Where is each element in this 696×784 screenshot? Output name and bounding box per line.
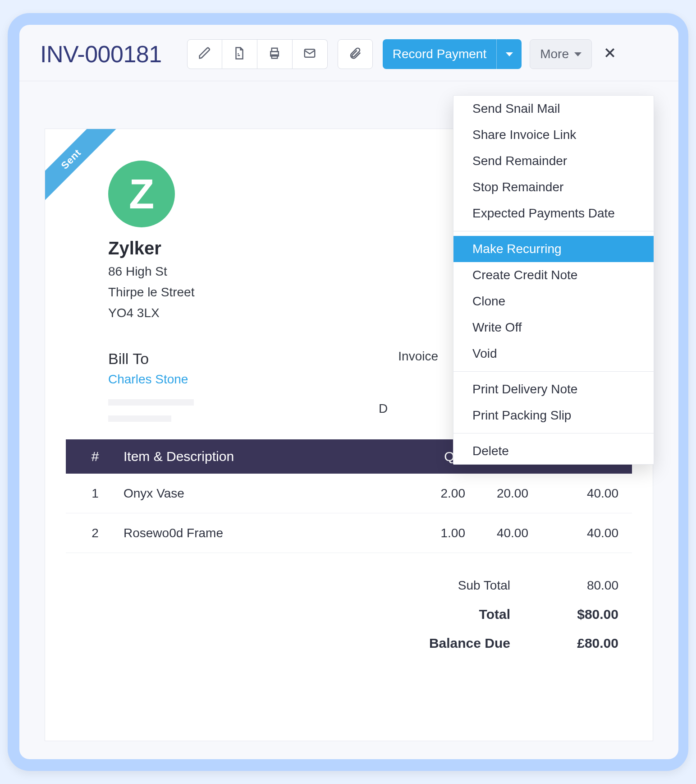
cell-amount: 40.00: [528, 526, 618, 540]
dropdown-item[interactable]: Stop Remainder: [453, 174, 654, 200]
cell-num: 1: [79, 486, 111, 501]
company-addr1: 86 High St: [108, 261, 194, 282]
subtotal-label: Sub Total: [402, 578, 510, 593]
company-logo-letter: Z: [129, 173, 154, 215]
table-row: 2Rosewo0d Frame1.0040.0040.00: [66, 513, 632, 553]
dropdown-item[interactable]: Delete: [453, 438, 654, 464]
record-payment-label: Record Payment: [383, 39, 497, 69]
mail-icon: [303, 46, 316, 62]
cell-rate: 20.00: [465, 486, 528, 501]
company-block: Zylker 86 High St Thirpe le Street YO4 3…: [108, 238, 194, 323]
invoice-label: Invoice: [398, 349, 438, 364]
company-addr3: YO4 3LX: [108, 303, 194, 323]
toolbar: INV-000181: [19, 25, 678, 81]
cell-item: Rosewo0d Frame: [111, 526, 411, 540]
more-label: More: [540, 47, 569, 61]
printer-icon: [268, 46, 281, 62]
dropdown-item[interactable]: Print Packing Slip: [453, 402, 654, 429]
company-logo: Z: [108, 161, 175, 227]
record-payment-dropdown-toggle[interactable]: [496, 39, 522, 69]
cell-qty: 1.00: [411, 526, 465, 540]
cell-amount: 40.00: [528, 486, 618, 501]
more-dropdown: Send Snail MailShare Invoice LinkSend Re…: [453, 95, 654, 465]
dropdown-item[interactable]: Expected Payments Date: [453, 200, 654, 226]
app-frame: INV-000181: [8, 13, 688, 771]
dropdown-item[interactable]: Write Off: [453, 314, 654, 341]
subtotal-value: 80.00: [542, 578, 618, 593]
toolbar-edit-group: [187, 39, 328, 69]
attach-button[interactable]: [338, 39, 373, 69]
total-value: $80.00: [542, 607, 618, 622]
bill-to-name[interactable]: Charles Stone: [108, 372, 194, 387]
bill-to-block: Bill To Charles Stone: [108, 350, 194, 422]
close-button[interactable]: [601, 45, 619, 63]
record-payment-button[interactable]: Record Payment: [383, 39, 522, 69]
pdf-icon: [233, 46, 246, 62]
placeholder-line: [108, 415, 171, 422]
placeholder-line: [108, 399, 194, 406]
edit-button[interactable]: [187, 39, 222, 69]
cell-num: 2: [79, 526, 111, 540]
dropdown-item[interactable]: Clone: [453, 288, 654, 314]
dropdown-separator: [453, 433, 654, 434]
dropdown-item[interactable]: Print Delivery Note: [453, 376, 654, 402]
company-name: Zylker: [108, 238, 194, 258]
th-item: Item & Description: [111, 449, 411, 464]
dropdown-item[interactable]: Send Snail Mail: [453, 96, 654, 122]
cell-rate: 40.00: [465, 526, 528, 540]
email-button[interactable]: [293, 39, 328, 69]
paperclip-icon: [348, 46, 362, 62]
line-items-table: # Item & Description Qty Rate Amount 1On…: [66, 439, 632, 658]
th-number: #: [79, 449, 111, 464]
cell-item: Onyx Vase: [111, 486, 411, 501]
pencil-icon: [198, 46, 211, 62]
bill-to-label: Bill To: [108, 350, 194, 368]
table-row: 1Onyx Vase2.0020.0040.00: [66, 474, 632, 513]
company-addr2: Thirpe le Street: [108, 282, 194, 303]
pdf-button[interactable]: [222, 39, 257, 69]
dropdown-item[interactable]: Share Invoice Link: [453, 122, 654, 148]
dropdown-item[interactable]: Send Remainder: [453, 148, 654, 174]
dropdown-separator: [453, 231, 654, 231]
balance-due-label: Balance Due: [402, 636, 510, 651]
totals-block: Sub Total 80.00 Total $80.00 Balance Due…: [66, 571, 632, 658]
print-button[interactable]: [257, 39, 293, 69]
balance-due-value: £80.00: [542, 636, 618, 651]
invoice-panel: INV-000181: [19, 25, 678, 759]
dropdown-separator: [453, 371, 654, 372]
dropdown-item[interactable]: Void: [453, 341, 654, 367]
dropdown-item[interactable]: Make Recurring: [453, 236, 654, 262]
total-label: Total: [402, 607, 510, 622]
status-ribbon: Sent: [45, 129, 117, 205]
dropdown-item[interactable]: Create Credit Note: [453, 262, 654, 288]
invoice-title: INV-000181: [40, 41, 162, 68]
cell-qty: 2.00: [411, 486, 465, 501]
date-label-partial: D: [379, 401, 388, 416]
close-icon: [603, 45, 617, 64]
svg-rect-1: [272, 48, 278, 52]
more-button[interactable]: More: [530, 39, 592, 69]
